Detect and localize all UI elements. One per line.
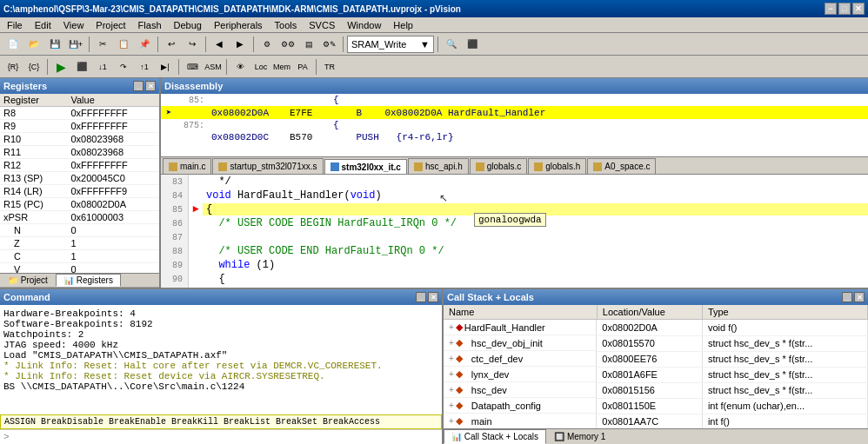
open-btn[interactable]: 📂 bbox=[24, 35, 43, 54]
menu-item-peripherals[interactable]: Peripherals bbox=[209, 18, 268, 32]
minimize-btn[interactable]: − bbox=[825, 3, 837, 15]
menu-item-view[interactable]: View bbox=[58, 18, 90, 32]
run-to-cursor-btn[interactable]: ▶| bbox=[156, 57, 175, 76]
menu-item-project[interactable]: Project bbox=[90, 18, 130, 32]
table-row: +◆lynx_dev0x0801A6FEstruct hsc_dev_s * f… bbox=[444, 367, 868, 382]
command-content[interactable]: Hardware-Breakpoints: 4Software-Breakpoi… bbox=[0, 305, 442, 414]
command-close-btn[interactable]: ✕ bbox=[428, 292, 438, 302]
redo-btn[interactable]: ↪ bbox=[183, 35, 202, 54]
command-header-btns: _ ✕ bbox=[416, 292, 438, 302]
code-tab-stm32l0xx_it_c[interactable]: stm32l0xx_it.c bbox=[324, 159, 407, 175]
stop-debug-btn[interactable]: ⬛ bbox=[463, 35, 482, 54]
undo-btn[interactable]: ↩ bbox=[162, 35, 181, 54]
menu-item-flash[interactable]: Flash bbox=[133, 18, 167, 32]
list-item: R14 (LR)0xFFFFFFF9 bbox=[0, 185, 159, 198]
registers-header-btns: _ ✕ bbox=[133, 81, 156, 91]
code-line-number: 91 bbox=[161, 286, 189, 288]
list-item: Load "CMIS_DATAPATH\\CMIS_DATAPATH.axf" bbox=[3, 350, 438, 361]
reset-btn[interactable]: {R} bbox=[3, 57, 23, 76]
expand-icon[interactable]: + bbox=[449, 401, 454, 410]
paste-btn[interactable]: 📌 bbox=[135, 35, 154, 54]
copy-btn[interactable]: 📋 bbox=[114, 35, 133, 54]
nav-back-btn[interactable]: ◀ bbox=[210, 35, 229, 54]
step-out-btn[interactable]: ↑1 bbox=[135, 57, 154, 76]
code-tab-main_c[interactable]: main.c bbox=[163, 158, 211, 174]
code-content[interactable]: 83 */84void HardFault_Handler(void)85►{8… bbox=[161, 175, 868, 288]
save-all-btn[interactable]: 💾+ bbox=[66, 35, 85, 54]
project-tab[interactable]: 📁 Project bbox=[0, 274, 56, 287]
trace-btn[interactable]: TR bbox=[320, 57, 339, 76]
expand-icon[interactable]: + bbox=[449, 354, 454, 363]
expand-icon[interactable]: + bbox=[449, 416, 454, 426]
nav-fwd-btn[interactable]: ▶ bbox=[230, 35, 250, 54]
code-panel: main.cstartup_stm32l071xx.sstm32l0xx_it.… bbox=[161, 156, 868, 288]
menu-item-debug[interactable]: Debug bbox=[169, 18, 207, 32]
asm-row-85: 85: { bbox=[161, 94, 868, 106]
code-tab-globals_c[interactable]: globals.c bbox=[470, 158, 527, 174]
disasm-btn[interactable]: ASM bbox=[204, 57, 223, 76]
expand-icon[interactable]: + bbox=[449, 322, 454, 332]
table-row: +◆Datapath_config0x0801150Eint f(enum (u… bbox=[444, 398, 868, 414]
memory-btn[interactable]: Mem bbox=[272, 57, 291, 76]
close-btn[interactable]: ✕ bbox=[852, 3, 865, 15]
cs-func-name: ctc_def_dev bbox=[471, 354, 523, 364]
list-item: R13 (SP)0x200045C0 bbox=[0, 172, 159, 185]
command-title: Command bbox=[3, 292, 50, 302]
callstack-tab[interactable]: 📊 Call Stack + Locals bbox=[444, 429, 546, 444]
disassembly-panel: Disassembly 85: { ➤ 0x08002 bbox=[161, 78, 868, 156]
debug-btn[interactable]: 🔍 bbox=[442, 35, 461, 54]
table-row: +◆hsc_dev_obj_init0x08015570struct hsc_d… bbox=[444, 335, 868, 351]
registers-close-btn[interactable]: ✕ bbox=[145, 81, 156, 91]
save-btn[interactable]: 💾 bbox=[45, 35, 64, 54]
command-minimize-btn[interactable]: _ bbox=[416, 292, 426, 302]
rebuild-btn[interactable]: ⚙⚙ bbox=[278, 35, 297, 54]
reg-name: R11 bbox=[0, 146, 67, 159]
expand-icon[interactable]: + bbox=[449, 385, 454, 394]
memory-tab[interactable]: 🔲 Memory 1 bbox=[546, 429, 613, 444]
perf-btn[interactable]: PA bbox=[293, 57, 312, 76]
code-tab-globals_h[interactable]: globals.h bbox=[528, 158, 586, 174]
code-tab-hsc_api_h[interactable]: hsc_api.h bbox=[408, 158, 469, 174]
target-options-btn[interactable]: ⚙✎ bbox=[320, 35, 339, 54]
watch-btn[interactable]: 👁 bbox=[230, 57, 250, 76]
menu-item-file[interactable]: File bbox=[2, 18, 28, 32]
menu-item-edit[interactable]: Edit bbox=[30, 18, 57, 32]
run-btn[interactable]: ▶ bbox=[51, 57, 70, 76]
sram-dropdown[interactable]: SRAM_Write ▼ bbox=[347, 36, 434, 53]
callstack-minimize-btn[interactable]: _ bbox=[842, 292, 852, 302]
callstack-title: Call Stack + Locals bbox=[447, 292, 534, 302]
expand-icon[interactable]: + bbox=[449, 338, 454, 348]
cmd-window-btn[interactable]: ⌨ bbox=[183, 57, 202, 76]
list-item: N0 bbox=[0, 224, 159, 237]
new-file-btn[interactable]: 📄 bbox=[3, 35, 23, 54]
step-btn[interactable]: ↓1 bbox=[93, 57, 112, 76]
cs-dot-icon: ◆ bbox=[456, 368, 463, 380]
maximize-btn[interactable]: □ bbox=[838, 3, 851, 15]
registers-minimize-btn[interactable]: _ bbox=[133, 81, 144, 91]
code-tab-startup_stm32l071xx_s[interactable]: startup_stm32l071xx.s bbox=[212, 158, 323, 174]
cut-btn[interactable]: ✂ bbox=[93, 35, 112, 54]
code-tab-a0_space_c[interactable]: A0_space.c bbox=[587, 158, 656, 174]
stop-btn[interactable]: ⬛ bbox=[72, 57, 91, 76]
command-input[interactable] bbox=[13, 430, 442, 444]
table-row: 91 /* USER CODE BEGIN W1_HardFault_IRQn … bbox=[161, 286, 868, 288]
table-row: 90 { bbox=[161, 272, 868, 286]
batch-build-btn[interactable]: ▤ bbox=[299, 35, 318, 54]
cs-col-type: Type bbox=[702, 305, 867, 320]
cs-type: int f(enum (uchar),en... bbox=[702, 398, 867, 414]
tooltip: gonaloogwda bbox=[474, 213, 546, 227]
reg-name: R13 (SP) bbox=[0, 172, 67, 185]
menu-item-tools[interactable]: Tools bbox=[270, 18, 303, 32]
build-btn[interactable]: ⚙ bbox=[257, 35, 277, 54]
locals-btn[interactable]: Loc bbox=[251, 57, 270, 76]
cpu-ctrl-btn[interactable]: {C} bbox=[24, 57, 43, 76]
asm-operand-875: { bbox=[333, 120, 868, 130]
callstack-close-btn[interactable]: ✕ bbox=[854, 292, 865, 302]
expand-icon[interactable]: + bbox=[449, 369, 454, 379]
cs-type: struct hsc_dev_s * f(str... bbox=[702, 367, 867, 382]
step-over-btn[interactable]: ↷ bbox=[114, 57, 133, 76]
menu-item-help[interactable]: Help bbox=[388, 18, 418, 32]
menu-item-svcs[interactable]: SVCS bbox=[304, 18, 340, 32]
menu-item-window[interactable]: Window bbox=[342, 18, 386, 32]
registers-tab[interactable]: 📊 Registers bbox=[56, 274, 121, 287]
